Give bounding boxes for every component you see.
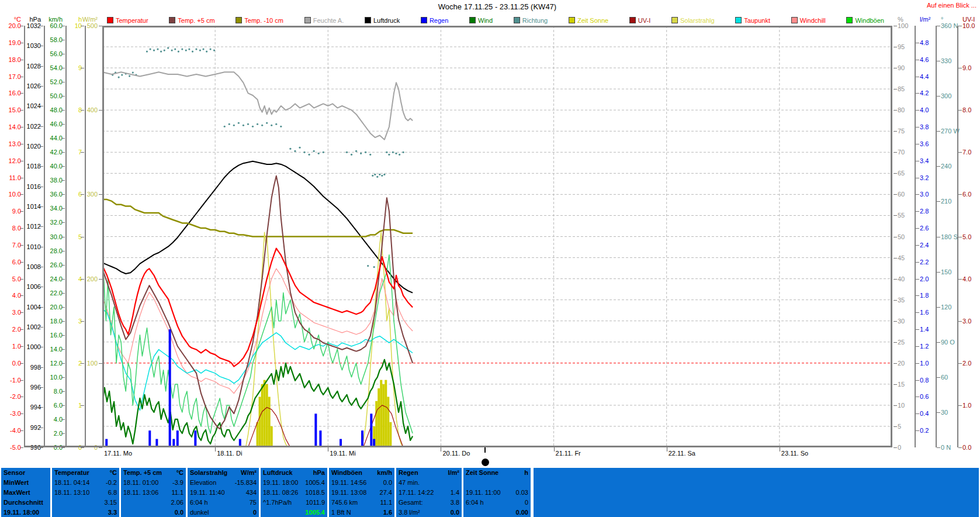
axis-tick-mark [958,447,962,448]
wind-direction-dot [118,77,120,78]
legend-color-icon [514,17,520,23]
table-row-header: Durchschnitt [1,497,50,507]
legend-item-zeit-sonne[interactable]: Zeit Sonne [569,17,608,24]
axis-tick-label: 2.4 [920,242,929,249]
table-row: 47 min. [396,478,462,488]
axis-tick-mark [20,161,23,161]
time-marker-handle[interactable] [482,459,489,466]
axis-tick-mark [894,89,897,89]
table-row: 6:04 h0 [463,497,531,507]
table-row: 3.8 l/m²0.0 [396,507,462,517]
table-row: 3.3 [52,507,119,517]
wind-direction-dot [181,48,183,50]
table-cell: 0 [525,499,528,506]
axis-tick-mark [61,433,65,434]
axis-tick-label: 20 [898,360,905,367]
axis-tick-mark [20,312,23,313]
axis-tick-label: 3.4 [920,157,929,164]
axis-tick-mark [916,380,919,381]
axis-tick-label: 4.0 [920,106,929,113]
wind-direction-dot [233,125,235,126]
table-cell: Temperatur [54,469,89,476]
axis-tick-mark [916,279,919,280]
legend-color-icon [107,17,113,23]
rain-bar [194,430,196,447]
wind-direction-dot [164,49,165,51]
legend-item-windchill[interactable]: Windchill [791,17,826,24]
axis-tick-label: 4.4 [920,73,929,80]
axis-tick-label: 75 [898,127,905,135]
legend-item-uv-i[interactable]: UV-I [629,17,650,24]
legend-item-richtung[interactable]: Richtung [514,17,548,24]
rain-bar [370,413,372,447]
table-row: 19.11. 18:001005.4 [261,478,327,488]
wind-direction-dot [388,154,390,156]
axis-tick-label: 1.2 [920,343,929,350]
table-cell: dunkel [190,509,209,516]
table-column-header: Temp. +5 cm°C [121,468,186,478]
axis-tick-mark [20,77,23,77]
table-cell: 6.8 [108,489,117,496]
wind-direction-dot [360,153,362,154]
axis-tick-mark [61,377,65,378]
axis-tick-label: 4.2 [920,89,929,96]
wind-direction-dot [280,126,282,127]
legend-item-feuchte-a-[interactable]: Feuchte A. [304,17,344,24]
legend-item-label: Solarstrahlg [680,17,715,24]
table-cell: °C [110,469,117,476]
axis-tick-label: 300 [0,191,98,198]
axis-tick-mark [916,93,919,94]
wind-direction-dot [188,48,190,50]
axis-tick-mark [894,405,897,406]
legend-item-label: Temp. -10 cm [244,17,283,24]
legend-item-taupunkt[interactable]: Taupunkt [735,17,770,24]
table-column-windb-en: Windböenkm/h19.11. 14:560.019.11. 13:082… [329,468,394,517]
table-cell: ^1.7hPa/h [263,499,292,506]
axis-tick-mark [61,251,65,251]
axis-tick-label: 4.8 [920,39,929,46]
table-cell: 19.11. 14:56 [331,479,366,486]
table-filler-panel [534,468,979,517]
table-cell: 6:04 h [190,499,208,506]
axis-tick-label: 30 [941,409,948,416]
table-cell: 75 [250,499,257,506]
table-column-sensor: SensorMinWertMaxWertDurchschnitt19.11. 1… [1,468,50,517]
axis-tick-mark [894,342,897,343]
axis-tick-label: 44.0 [0,135,63,142]
wind-direction-dot [238,122,240,124]
legend-item-temperatur[interactable]: Temperatur [107,17,148,24]
wind-direction-dot [157,48,158,50]
legend-item-temp-10-cm[interactable]: Temp. -10 cm [236,17,283,24]
table-cell: 27.4 [380,489,392,496]
axis-tick-mark [61,96,65,96]
axis-tick-mark [916,77,919,77]
axis-tick-mark [937,96,940,96]
legend-item-temp-5-cm[interactable]: Temp. +5 cm [169,17,214,24]
wind-direction-dot [299,147,300,149]
table-column-temp-5-cm: Temp. +5 cm°C18.11. 01:00-3.918.11. 13:0… [121,468,186,517]
legend-item-luftdruck[interactable]: Luftdruck [365,17,400,24]
legend-item-wind[interactable]: Wind [469,17,493,24]
wind-direction-dot [171,49,173,51]
axis-tick-label: 5 [0,233,82,240]
at-a-glance-link[interactable]: Auf einen Blick ... [927,2,976,9]
axis-tick-mark [61,419,65,420]
table-cell: Solarstrahlg [190,469,227,476]
table-cell: 19.11. 13:08 [331,489,366,496]
time-marker-tick [484,447,486,453]
sunshine-bar [266,384,268,447]
axis-tick-label: 1016 [0,183,41,190]
sunshine-bar [264,380,266,447]
axis-tick-label: 3.8 [920,123,929,130]
axis-tick-label: 7.0 [962,149,971,156]
axis-tick-mark [937,272,940,273]
wind-direction-dot [121,74,123,76]
legend-item-windb-en[interactable]: Windböen [846,17,884,24]
axis-tick-mark [20,397,23,397]
wind-direction-dot [243,125,244,126]
axis-tick-mark [40,46,43,46]
legend-item-regen[interactable]: Regen [421,17,448,24]
legend-item-solarstrahlg[interactable]: Solarstrahlg [671,17,715,24]
legend-color-icon [569,17,575,23]
wind-direction-dot [308,154,310,156]
